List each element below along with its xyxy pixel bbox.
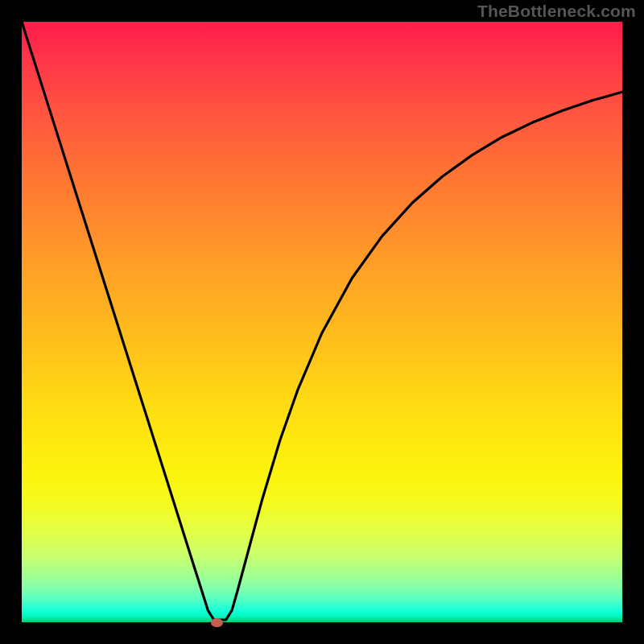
chart-frame: TheBottleneck.com (0, 0, 644, 644)
chart-curve (22, 22, 622, 620)
attribution-text: TheBottleneck.com (477, 2, 636, 21)
plot-area (22, 22, 622, 622)
chart-curve-svg (22, 22, 622, 622)
chart-marker-dot (211, 618, 223, 627)
